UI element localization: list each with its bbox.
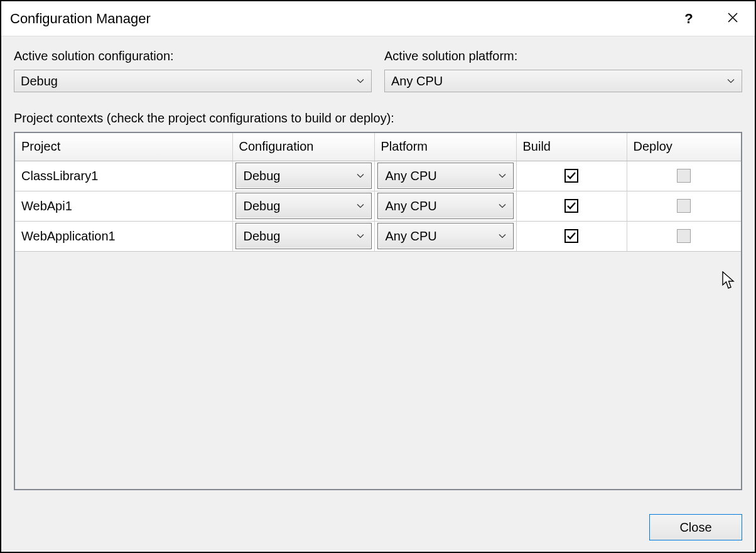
build-checkbox[interactable] [564, 169, 578, 183]
chevron-down-icon [356, 77, 365, 85]
close-button-label: Close [679, 520, 711, 535]
configuration-manager-window: Configuration Manager ? Active solution … [0, 0, 756, 553]
active-platform-label: Active solution platform: [384, 49, 742, 63]
project-contexts-grid: Project Configuration Platform Build Dep… [14, 132, 742, 490]
footer: Close [1, 503, 755, 552]
deploy-checkbox [677, 169, 691, 183]
header-platform[interactable]: Platform [374, 133, 516, 161]
active-platform-dropdown[interactable]: Any CPU [384, 70, 742, 92]
header-project[interactable]: Project [15, 133, 232, 161]
row-platform-dropdown[interactable]: Any CPU [377, 223, 514, 249]
header-build[interactable]: Build [516, 133, 627, 161]
chevron-down-icon [726, 77, 735, 85]
window-title: Configuration Manager [10, 11, 667, 27]
close-window-button[interactable] [711, 1, 755, 36]
titlebar: Configuration Manager ? [1, 1, 755, 36]
project-name-cell: WebApi1 [15, 191, 232, 221]
table-row: ClassLibrary1DebugAny CPU [15, 161, 741, 191]
chevron-down-icon [356, 201, 365, 210]
help-button[interactable]: ? [667, 1, 711, 36]
close-button[interactable]: Close [649, 514, 742, 540]
row-platform-value: Any CPU [386, 199, 498, 213]
project-contexts-label: Project contexts (check the project conf… [14, 111, 742, 126]
table-row: WebApi1DebugAny CPU [15, 191, 741, 221]
active-platform-value: Any CPU [391, 74, 726, 89]
table-row: WebApplication1DebugAny CPU [15, 221, 741, 251]
build-checkbox[interactable] [564, 229, 578, 243]
active-config-value: Debug [21, 74, 356, 89]
solution-selectors: Active solution configuration: Debug Act… [14, 49, 742, 92]
header-configuration[interactable]: Configuration [232, 133, 374, 161]
chevron-down-icon [498, 232, 507, 240]
deploy-checkbox [677, 229, 691, 243]
row-platform-dropdown[interactable]: Any CPU [377, 163, 514, 189]
row-config-value: Debug [244, 199, 356, 213]
row-config-value: Debug [244, 169, 356, 183]
header-deploy[interactable]: Deploy [627, 133, 741, 161]
deploy-checkbox [677, 199, 691, 213]
row-config-value: Debug [244, 229, 356, 244]
project-name-cell: ClassLibrary1 [15, 161, 232, 191]
close-icon [727, 11, 738, 27]
row-platform-value: Any CPU [386, 169, 498, 183]
row-platform-dropdown[interactable]: Any CPU [377, 193, 514, 219]
row-platform-value: Any CPU [386, 229, 498, 244]
help-icon: ? [684, 11, 693, 27]
grid-header-row: Project Configuration Platform Build Dep… [15, 133, 741, 161]
build-checkbox[interactable] [564, 199, 578, 213]
active-config-dropdown[interactable]: Debug [14, 70, 372, 92]
row-config-dropdown[interactable]: Debug [235, 193, 372, 219]
row-config-dropdown[interactable]: Debug [235, 223, 372, 249]
active-config-label: Active solution configuration: [14, 49, 372, 63]
project-name-cell: WebApplication1 [15, 221, 232, 251]
chevron-down-icon [498, 171, 507, 180]
chevron-down-icon [356, 232, 365, 240]
row-config-dropdown[interactable]: Debug [235, 163, 372, 189]
chevron-down-icon [498, 201, 507, 210]
content-area: Active solution configuration: Debug Act… [1, 36, 755, 503]
chevron-down-icon [356, 171, 365, 180]
